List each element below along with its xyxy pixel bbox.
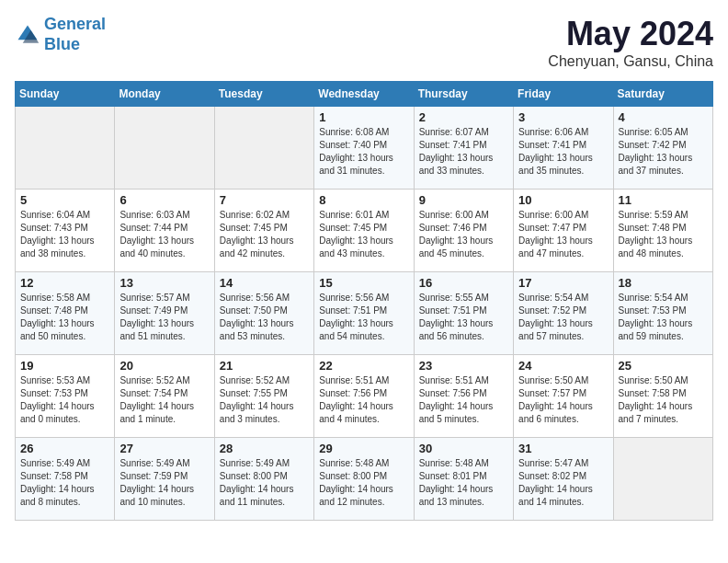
day-number: 24 <box>518 359 608 373</box>
day-number: 18 <box>619 276 708 290</box>
day-number: 3 <box>518 110 608 124</box>
day-info: Sunrise: 6:08 AM Sunset: 7:40 PM Dayligh… <box>319 126 408 178</box>
weekday-header: Monday <box>115 82 214 107</box>
calendar-cell: 4Sunrise: 6:05 AM Sunset: 7:42 PM Daylig… <box>613 107 712 190</box>
day-number: 28 <box>220 442 309 455</box>
day-number: 12 <box>20 276 109 290</box>
day-info: Sunrise: 5:49 AM Sunset: 8:00 PM Dayligh… <box>220 457 309 509</box>
subtitle: Chenyuan, Gansu, China <box>548 53 713 70</box>
day-number: 8 <box>319 193 408 207</box>
calendar-cell: 13Sunrise: 5:57 AM Sunset: 7:49 PM Dayli… <box>115 272 214 355</box>
day-info: Sunrise: 6:05 AM Sunset: 7:42 PM Dayligh… <box>619 126 708 178</box>
calendar-cell: 29Sunrise: 5:48 AM Sunset: 8:00 PM Dayli… <box>314 438 414 521</box>
calendar-cell: 17Sunrise: 5:54 AM Sunset: 7:52 PM Dayli… <box>514 272 613 355</box>
day-info: Sunrise: 5:48 AM Sunset: 8:01 PM Dayligh… <box>419 457 508 509</box>
day-number: 10 <box>518 193 608 207</box>
calendar-week-row: 5Sunrise: 6:04 AM Sunset: 7:43 PM Daylig… <box>16 190 713 272</box>
day-info: Sunrise: 5:49 AM Sunset: 7:58 PM Dayligh… <box>20 457 109 509</box>
calendar-week-row: 12Sunrise: 5:58 AM Sunset: 7:48 PM Dayli… <box>16 272 713 355</box>
calendar-cell: 23Sunrise: 5:51 AM Sunset: 7:56 PM Dayli… <box>414 355 513 438</box>
day-info: Sunrise: 6:03 AM Sunset: 7:44 PM Dayligh… <box>119 209 209 260</box>
day-info: Sunrise: 5:54 AM Sunset: 7:52 PM Dayligh… <box>518 292 608 343</box>
weekday-header: Tuesday <box>214 82 313 107</box>
weekday-header: Sunday <box>16 82 115 107</box>
day-number: 21 <box>220 359 309 373</box>
day-number: 17 <box>518 276 608 290</box>
weekday-header-row: SundayMondayTuesdayWednesdayThursdayFrid… <box>16 82 713 107</box>
day-number: 5 <box>20 193 109 207</box>
day-info: Sunrise: 5:59 AM Sunset: 7:48 PM Dayligh… <box>619 209 708 260</box>
calendar-cell: 26Sunrise: 5:49 AM Sunset: 7:58 PM Dayli… <box>16 438 115 521</box>
logo-text: General Blue <box>44 15 106 54</box>
day-info: Sunrise: 5:58 AM Sunset: 7:48 PM Dayligh… <box>20 292 109 343</box>
calendar-cell <box>115 107 214 190</box>
day-info: Sunrise: 5:49 AM Sunset: 7:59 PM Dayligh… <box>119 457 209 509</box>
day-number: 4 <box>619 110 708 124</box>
day-info: Sunrise: 5:50 AM Sunset: 7:57 PM Dayligh… <box>518 374 608 426</box>
calendar-cell: 24Sunrise: 5:50 AM Sunset: 7:57 PM Dayli… <box>514 355 613 438</box>
calendar-cell: 16Sunrise: 5:55 AM Sunset: 7:51 PM Dayli… <box>414 272 513 355</box>
calendar-cell: 15Sunrise: 5:56 AM Sunset: 7:51 PM Dayli… <box>314 272 414 355</box>
calendar-week-row: 19Sunrise: 5:53 AM Sunset: 7:53 PM Dayli… <box>16 355 713 438</box>
calendar-cell: 18Sunrise: 5:54 AM Sunset: 7:53 PM Dayli… <box>613 272 712 355</box>
calendar-cell: 20Sunrise: 5:52 AM Sunset: 7:54 PM Dayli… <box>115 355 214 438</box>
day-number: 16 <box>419 276 508 290</box>
calendar-cell: 2Sunrise: 6:07 AM Sunset: 7:41 PM Daylig… <box>414 107 513 190</box>
logo: General Blue <box>15 15 106 54</box>
page-header: General Blue May 2024 Chenyuan, Gansu, C… <box>15 15 713 70</box>
day-info: Sunrise: 6:00 AM Sunset: 7:46 PM Dayligh… <box>419 209 508 260</box>
day-info: Sunrise: 6:07 AM Sunset: 7:41 PM Dayligh… <box>419 126 508 178</box>
day-number: 29 <box>319 442 408 455</box>
day-number: 25 <box>619 359 708 373</box>
day-number: 2 <box>419 110 508 124</box>
day-info: Sunrise: 5:51 AM Sunset: 7:56 PM Dayligh… <box>319 374 408 426</box>
calendar-cell <box>613 438 712 521</box>
day-number: 11 <box>619 193 708 207</box>
weekday-header: Wednesday <box>314 82 414 107</box>
day-number: 7 <box>220 193 309 207</box>
day-number: 27 <box>119 442 209 455</box>
calendar-cell <box>214 107 313 190</box>
day-info: Sunrise: 5:53 AM Sunset: 7:53 PM Dayligh… <box>20 374 109 426</box>
day-info: Sunrise: 6:04 AM Sunset: 7:43 PM Dayligh… <box>20 209 109 260</box>
calendar-cell: 12Sunrise: 5:58 AM Sunset: 7:48 PM Dayli… <box>16 272 115 355</box>
day-info: Sunrise: 5:55 AM Sunset: 7:51 PM Dayligh… <box>419 292 508 343</box>
day-number: 20 <box>119 359 209 373</box>
day-info: Sunrise: 5:48 AM Sunset: 8:00 PM Dayligh… <box>319 457 408 509</box>
day-number: 13 <box>119 276 209 290</box>
day-number: 1 <box>319 110 408 124</box>
day-info: Sunrise: 5:52 AM Sunset: 7:55 PM Dayligh… <box>220 374 309 426</box>
day-number: 19 <box>20 359 109 373</box>
weekday-header: Saturday <box>613 82 712 107</box>
calendar-cell: 5Sunrise: 6:04 AM Sunset: 7:43 PM Daylig… <box>16 190 115 272</box>
calendar-cell: 6Sunrise: 6:03 AM Sunset: 7:44 PM Daylig… <box>115 190 214 272</box>
day-number: 23 <box>419 359 508 373</box>
calendar-table: SundayMondayTuesdayWednesdayThursdayFrid… <box>15 81 713 521</box>
calendar-cell: 8Sunrise: 6:01 AM Sunset: 7:45 PM Daylig… <box>314 190 414 272</box>
day-number: 30 <box>419 442 508 455</box>
calendar-cell: 21Sunrise: 5:52 AM Sunset: 7:55 PM Dayli… <box>214 355 313 438</box>
weekday-header: Friday <box>514 82 613 107</box>
day-number: 14 <box>220 276 309 290</box>
calendar-cell: 11Sunrise: 5:59 AM Sunset: 7:48 PM Dayli… <box>613 190 712 272</box>
day-info: Sunrise: 5:50 AM Sunset: 7:58 PM Dayligh… <box>619 374 708 426</box>
day-info: Sunrise: 5:47 AM Sunset: 8:02 PM Dayligh… <box>518 457 608 509</box>
calendar-cell: 30Sunrise: 5:48 AM Sunset: 8:01 PM Dayli… <box>414 438 513 521</box>
calendar-week-row: 26Sunrise: 5:49 AM Sunset: 7:58 PM Dayli… <box>16 438 713 521</box>
day-info: Sunrise: 5:52 AM Sunset: 7:54 PM Dayligh… <box>119 374 209 426</box>
day-number: 15 <box>319 276 408 290</box>
day-info: Sunrise: 5:57 AM Sunset: 7:49 PM Dayligh… <box>119 292 209 343</box>
day-number: 31 <box>518 442 608 455</box>
calendar-cell: 31Sunrise: 5:47 AM Sunset: 8:02 PM Dayli… <box>514 438 613 521</box>
day-number: 22 <box>319 359 408 373</box>
day-info: Sunrise: 5:51 AM Sunset: 7:56 PM Dayligh… <box>419 374 508 426</box>
calendar-cell <box>16 107 115 190</box>
month-title: May 2024 <box>548 15 713 53</box>
day-info: Sunrise: 5:56 AM Sunset: 7:50 PM Dayligh… <box>220 292 309 343</box>
calendar-cell: 10Sunrise: 6:00 AM Sunset: 7:47 PM Dayli… <box>514 190 613 272</box>
day-number: 6 <box>119 193 209 207</box>
day-info: Sunrise: 6:06 AM Sunset: 7:41 PM Dayligh… <box>518 126 608 178</box>
calendar-cell: 27Sunrise: 5:49 AM Sunset: 7:59 PM Dayli… <box>115 438 214 521</box>
day-info: Sunrise: 5:56 AM Sunset: 7:51 PM Dayligh… <box>319 292 408 343</box>
calendar-cell: 25Sunrise: 5:50 AM Sunset: 7:58 PM Dayli… <box>613 355 712 438</box>
